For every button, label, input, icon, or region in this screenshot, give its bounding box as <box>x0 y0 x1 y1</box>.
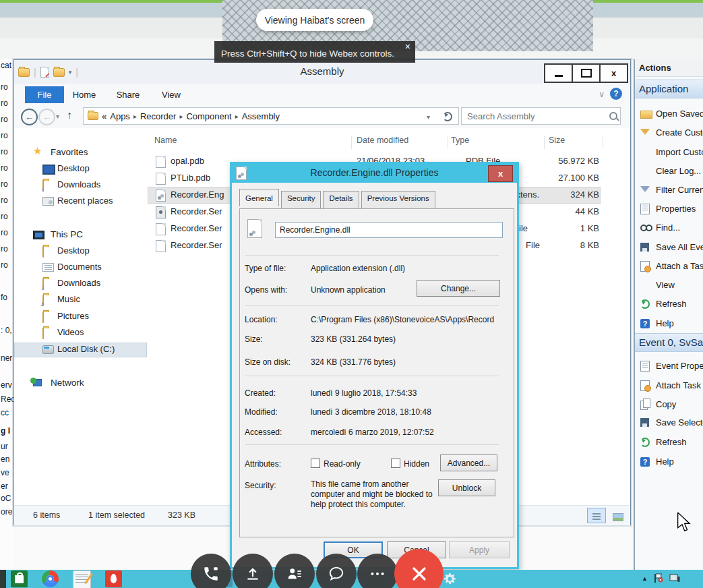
close-button[interactable]: x <box>599 63 628 83</box>
address-refresh-icon[interactable] <box>443 112 452 121</box>
sidebar-item-pictures[interactable]: Pictures <box>14 310 147 324</box>
minimize-button[interactable] <box>544 63 573 83</box>
tab-file[interactable]: File <box>25 86 64 103</box>
system-tray: ▲ <box>642 573 680 583</box>
back-button[interactable]: ← <box>21 109 38 125</box>
tab-security[interactable]: Security <box>281 191 322 208</box>
details-view-button[interactable] <box>587 508 606 523</box>
action-center-flag-icon[interactable] <box>653 573 664 583</box>
history-chevron-icon[interactable]: ▾ <box>56 113 59 120</box>
sidebar-item-desktop-pc[interactable]: Desktop <box>14 244 147 259</box>
webex-more-button[interactable] <box>357 554 398 588</box>
ribbon-help-icon[interactable]: ? <box>610 88 622 100</box>
action-import-custom-view[interactable]: Import Custom View... <box>635 145 703 161</box>
action-save-all-events[interactable]: Save All Events As... <box>635 240 703 256</box>
search-icon[interactable] <box>609 112 617 120</box>
forward-button[interactable]: ← <box>38 109 55 125</box>
breadcrumb-segment[interactable]: Apps <box>110 111 130 121</box>
actions-section-event[interactable]: Event 0, SvSa <box>635 333 703 352</box>
explorer-titlebar[interactable]: | ✓ ▾ | Assembly x <box>14 60 630 84</box>
advanced-button[interactable]: Advanced... <box>440 454 497 471</box>
breadcrumb-segment[interactable]: Component <box>186 111 231 121</box>
action-clear-log[interactable]: Clear Log... <box>635 164 703 180</box>
action-open-saved-log[interactable]: Open Saved Log... <box>635 107 703 123</box>
action-copy[interactable]: Copy <box>635 397 703 413</box>
tab-home[interactable]: Home <box>69 86 99 103</box>
tab-view[interactable]: View <box>157 86 185 103</box>
red-app-icon[interactable] <box>105 570 122 587</box>
sidebar-item-videos[interactable]: Videos <box>14 326 147 341</box>
sidebar-item-downloads[interactable]: Downloads <box>14 178 147 193</box>
filename-field[interactable] <box>275 222 503 238</box>
sidebar-item-documents[interactable]: Documents <box>14 260 147 275</box>
sidebar-item-downloads-pc[interactable]: Downloads <box>14 276 147 291</box>
action-refresh-event[interactable]: Refresh <box>635 435 703 451</box>
webex-participants-button[interactable] <box>274 554 315 588</box>
breadcrumb-segment[interactable]: Recorder <box>140 111 176 121</box>
toast-close-button[interactable]: × <box>405 42 410 51</box>
breadcrumb-overflow[interactable]: « <box>102 111 106 121</box>
sidebar-item-local-disk-c[interactable]: Local Disk (C:) <box>14 343 147 357</box>
downloads-folder-icon <box>42 180 44 192</box>
column-header-type[interactable]: Type <box>451 136 469 145</box>
action-properties[interactable]: Properties <box>635 202 703 218</box>
sidebar-item-favorites[interactable]: Favorites <box>14 146 147 160</box>
sidebar-item-recent-places[interactable]: Recent places <box>14 194 147 209</box>
column-header-date[interactable]: Date modified <box>357 136 408 145</box>
webex-call-button[interactable] <box>191 554 231 588</box>
ribbon-collapse-chevron-icon[interactable]: ∨ <box>599 90 605 99</box>
action-refresh[interactable]: Refresh <box>635 297 703 313</box>
search-input[interactable] <box>461 107 621 125</box>
maximize-button[interactable] <box>572 63 601 83</box>
breadcrumb-separator-icon: ▸ <box>179 113 183 120</box>
hidden-checkbox[interactable] <box>391 459 400 468</box>
clipped-text: ro <box>1 163 8 173</box>
column-divider[interactable] <box>351 136 352 149</box>
action-view[interactable]: View <box>635 278 703 294</box>
sidebar-item-desktop[interactable]: Desktop <box>14 162 147 177</box>
column-header-name[interactable]: Name <box>154 136 177 145</box>
accessed-value: mercoledì 6 marzo 2019, 12:07:52 <box>311 428 434 437</box>
store-app-icon[interactable] <box>11 570 28 587</box>
change-button[interactable]: Change... <box>417 280 500 297</box>
up-button[interactable]: ↑ <box>67 109 72 121</box>
webex-chat-button[interactable] <box>316 554 357 588</box>
action-help[interactable]: ?Help <box>635 316 703 332</box>
column-divider[interactable] <box>544 136 545 149</box>
apply-button[interactable]: Apply <box>449 541 510 558</box>
tab-previous-versions[interactable]: Previous Versions <box>361 191 435 208</box>
tab-general[interactable]: General <box>239 189 279 206</box>
action-attach-task-event[interactable]: Attach Task To This... <box>635 378 703 394</box>
action-event-properties[interactable]: Event Properties <box>635 359 703 375</box>
action-find[interactable]: Find... <box>635 220 703 237</box>
action-save-selected[interactable]: Save Selected Events... <box>635 415 703 432</box>
dialog-close-button[interactable]: x <box>488 165 513 182</box>
actions-section-application[interactable]: Application <box>635 80 703 98</box>
selection-count: 1 item selected <box>88 510 145 520</box>
unblock-button[interactable]: Unblock <box>438 479 495 496</box>
sidebar-item-this-pc[interactable]: This PC <box>14 228 147 243</box>
webex-share-button[interactable] <box>233 554 273 588</box>
tray-device-icon[interactable] <box>669 574 680 583</box>
column-divider[interactable] <box>448 136 448 149</box>
chrome-icon[interactable] <box>42 570 59 587</box>
created-value: lunedì 9 luglio 2018, 17:54:33 <box>311 388 417 398</box>
sidebar-item-network[interactable]: Network <box>14 376 147 391</box>
notepad-app-icon[interactable] <box>73 570 91 588</box>
action-attach-task[interactable]: Attach a Task To... <box>635 259 703 275</box>
thumbnails-view-button[interactable] <box>609 508 628 523</box>
breadcrumb-segment[interactable]: Assembly <box>242 111 280 121</box>
tab-details[interactable]: Details <box>323 191 359 208</box>
dialog-titlebar[interactable]: Recorder.Engine.dll Properties x <box>232 164 517 183</box>
tab-share[interactable]: Share <box>113 86 144 103</box>
action-create-custom-view[interactable]: Create Custom View... <box>635 125 703 142</box>
gear-app-icon[interactable] <box>441 570 458 587</box>
readonly-checkbox[interactable] <box>311 459 320 468</box>
show-hidden-icons-arrow-icon[interactable]: ▲ <box>642 575 648 582</box>
column-header-size[interactable]: Size <box>549 136 565 145</box>
sidebar-item-music[interactable]: Music <box>14 293 147 307</box>
column-divider[interactable] <box>603 136 603 149</box>
action-help-event[interactable]: ?Help <box>635 454 703 471</box>
recent-places-icon <box>42 197 54 206</box>
action-filter-current-log[interactable]: Filter Current Log... <box>635 183 703 199</box>
